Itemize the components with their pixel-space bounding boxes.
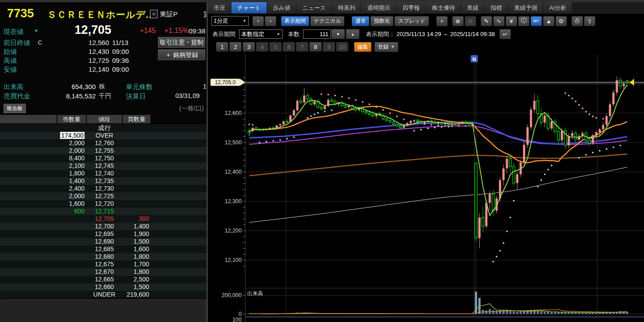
area-chart-icon[interactable]: ▲ xyxy=(543,16,555,26)
toolbar-button-表示期間[interactable]: 表示期間 xyxy=(281,16,309,26)
toolbar-button-通常[interactable]: 通常 xyxy=(352,16,369,26)
order-book-row-bid[interactable]: 12,6652,500 xyxy=(0,276,207,283)
order-book: 成行174,500OVER2,00012,7602,00012,7558,400… xyxy=(0,124,207,298)
order-book-row-bid[interactable]: 12,6901,500 xyxy=(0,238,207,245)
bar-count-input[interactable]: 111 xyxy=(303,29,331,39)
tab-チャート[interactable]: チャート xyxy=(231,2,267,13)
stock-name: ＳＣＲＥＥＮホールデ... xyxy=(47,8,155,21)
preset-button-1[interactable]: 1 xyxy=(216,42,228,52)
tab-市況[interactable]: 市況 xyxy=(208,2,231,13)
add-watchlist-button[interactable]: ＋ 銘柄登録 xyxy=(158,49,205,60)
settlement-label: 決算日 xyxy=(126,92,146,101)
svg-text:12,200: 12,200 xyxy=(225,228,242,234)
prev-close-value: 12,560 xyxy=(60,39,109,46)
order-book-row-ask[interactable]: 1,80012,740 xyxy=(0,170,207,177)
preset-button-10[interactable]: 10 xyxy=(336,42,348,52)
price-level: 12,755 xyxy=(86,147,122,155)
quote-panel: 7735 ＳＣＲＥＥＮホールデ... ≡ 東証P 貸 現在値 ▼ 12,705 … xyxy=(0,2,207,322)
preset-button-4[interactable]: 4 xyxy=(256,42,268,52)
order-book-footer-area xyxy=(0,299,207,322)
add-indicator-icon[interactable]: ＋ xyxy=(436,16,448,26)
export-icon[interactable]: ⇧ xyxy=(584,16,595,26)
preset-button-6[interactable]: 6 xyxy=(283,42,295,52)
price-level: 12,730 xyxy=(86,185,122,192)
order-book-row-ask-best[interactable]: 60012,715 xyxy=(0,208,207,215)
svg-text:0: 0 xyxy=(239,311,242,317)
my-chart-icon[interactable]: MY xyxy=(531,16,542,26)
register-preset-button[interactable]: 登録 ▼ xyxy=(374,42,398,52)
undo-icon[interactable]: ↩ xyxy=(499,29,511,39)
tab-ニュース[interactable]: ニュース xyxy=(296,2,332,13)
order-book-row-ask[interactable]: 8,40012,750 xyxy=(0,155,207,162)
order-book-row-last[interactable]: 12,705300 xyxy=(0,215,207,223)
tab-株主優待[interactable]: 株主優待 xyxy=(426,2,461,13)
count-up-button[interactable]: ▲ xyxy=(346,29,360,39)
order-book-row-ask[interactable]: 2,00012,760 xyxy=(0,139,207,147)
price-level: 12,690 xyxy=(86,238,122,245)
zoom-out-icon[interactable]: ⊖ xyxy=(465,16,476,26)
buy-quantity: 1,400 xyxy=(121,223,149,230)
order-book-row-under[interactable]: UNDER219,600 xyxy=(0,291,207,298)
tab-四季報[interactable]: 四季報 xyxy=(397,2,426,13)
prev-button[interactable]: ‹ xyxy=(252,16,264,26)
settings-wrench-icon[interactable]: ⚙ xyxy=(555,16,567,26)
tab-業績[interactable]: 業績 xyxy=(461,2,485,13)
preset-button-8[interactable]: 8 xyxy=(309,42,322,52)
candlestick-chart[interactable]: 12,60012,50012,40012,30012,20012,10012,7… xyxy=(208,53,644,322)
tab-AI分析[interactable]: AI分析 xyxy=(543,2,572,13)
tab-指標[interactable]: 指標 xyxy=(485,2,508,13)
tab-時系列[interactable]: 時系列 xyxy=(332,2,361,13)
sell-quantity: 2,000 xyxy=(53,192,85,200)
chevron-down-icon: ▼ xyxy=(243,19,247,23)
chevron-down-icon: ▼ xyxy=(391,45,395,49)
order-book-row-ask[interactable]: 2,10012,745 xyxy=(0,162,207,170)
preset-bar: 12345678910 編集 登録 ▼ xyxy=(208,41,644,53)
edit-button[interactable]: 編集 xyxy=(354,42,372,52)
preset-button-3[interactable]: 3 xyxy=(243,42,255,52)
trade-caution-button[interactable]: 取引注意・規制 xyxy=(158,37,205,48)
zoom-in-icon[interactable]: ⊕ xyxy=(452,16,464,26)
composite-board-button[interactable]: 複合板 xyxy=(4,104,26,113)
order-book-row-bid[interactable]: 12,7001,400 xyxy=(0,223,207,230)
interval-select[interactable]: 1分足 ▼ xyxy=(211,16,249,26)
toolbar-button-指数化[interactable]: 指数化 xyxy=(370,16,393,26)
toolbar-button-テクニカル[interactable]: テクニカル xyxy=(310,16,344,26)
preset-button-9[interactable]: 9 xyxy=(323,42,335,52)
order-book-row-ask[interactable]: 1,40012,735 xyxy=(0,177,207,185)
tab-適時開示[interactable]: 適時開示 xyxy=(361,2,397,13)
draw-pencil-icon[interactable]: ✎ xyxy=(481,16,492,26)
sell-quantity: 1,600 xyxy=(53,200,85,208)
preset-button-2[interactable]: 2 xyxy=(229,42,242,52)
preset-button-5[interactable]: 5 xyxy=(269,42,282,52)
order-book-row-over[interactable]: 174,500OVER xyxy=(0,132,207,139)
order-book-row-bid[interactable]: 12,6601,500 xyxy=(0,283,207,291)
toolbar-button-スプレッド[interactable]: スプレッド xyxy=(394,16,429,26)
count-down-button[interactable]: ▼ xyxy=(331,29,345,39)
range-label: 表示期間： xyxy=(366,30,395,38)
order-book-row-bid[interactable]: 12,6951,900 xyxy=(0,230,207,238)
preset-button-7[interactable]: 7 xyxy=(296,42,308,52)
tab-歩み値[interactable]: 歩み値 xyxy=(267,2,296,13)
svg-text:12,500: 12,500 xyxy=(225,139,242,146)
sell-quantity: 1,400 xyxy=(53,177,85,185)
period-mode-select[interactable]: 本数指定 ▼ xyxy=(239,29,283,39)
yen-icon[interactable]: ¥ xyxy=(506,16,517,26)
order-book-row-bid[interactable]: 12,6701,800 xyxy=(0,268,207,276)
trendline-icon[interactable]: ∿ xyxy=(493,16,505,26)
info-icon[interactable]: ⓘ xyxy=(518,16,530,26)
buy-quantity: 1,500 xyxy=(121,238,149,245)
price-level: 12,675 xyxy=(86,261,122,268)
order-book-row-bid[interactable]: 12,6851,600 xyxy=(0,245,207,253)
order-book-row-ask[interactable]: 2,40012,730 xyxy=(0,185,207,192)
print-icon[interactable]: ⎙ xyxy=(571,16,583,26)
tab-業績予測[interactable]: 業績予測 xyxy=(508,2,543,13)
turnover-unit: 千円 xyxy=(99,92,111,100)
order-book-row-bid[interactable]: 12,6751,700 xyxy=(0,261,207,268)
order-book-row-ask[interactable]: 1,60012,720 xyxy=(0,200,207,208)
low-time: 09:00 xyxy=(112,65,129,73)
next-button[interactable]: › xyxy=(265,16,276,26)
order-book-row-ask[interactable]: 2,00012,725 xyxy=(0,192,207,200)
order-book-row-ask[interactable]: 2,00012,755 xyxy=(0,147,207,155)
order-book-row-bid[interactable]: 12,6801,800 xyxy=(0,253,207,261)
order-book-row-market[interactable]: 成行 xyxy=(0,124,207,132)
